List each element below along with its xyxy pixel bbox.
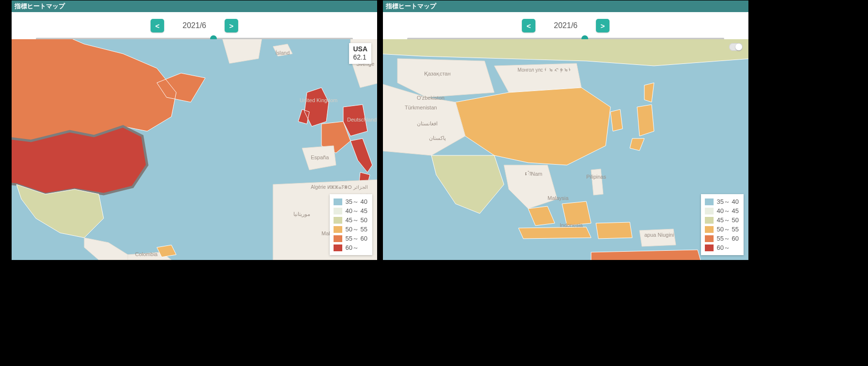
- country-philippines[interactable]: [591, 169, 603, 195]
- date-label: 2021/6: [183, 21, 206, 30]
- map-svg-left: [12, 39, 377, 260]
- legend-label: 55～ 60: [345, 234, 367, 243]
- legend-swatch: [705, 198, 714, 205]
- legend-swatch: [334, 244, 342, 251]
- map-left[interactable]: Ísland Norge Sverige United Kingdom Deut…: [12, 39, 377, 260]
- legend-label: 35～ 40: [716, 198, 739, 206]
- header-title-left: 指標ヒートマップ: [12, 0, 377, 12]
- legend-row: 40～ 45: [334, 206, 367, 215]
- legend-right: 35～ 40 40～ 45 45～ 50 50～ 55 55～ 60 60～: [701, 194, 744, 255]
- legend-swatch: [705, 235, 714, 242]
- legend-label: 60～: [345, 244, 358, 252]
- prev-button[interactable]: <: [522, 19, 535, 32]
- prev-button[interactable]: <: [151, 19, 164, 32]
- country-greenland[interactable]: [220, 39, 263, 63]
- legend-row: 35～ 40: [334, 197, 367, 206]
- legend-swatch: [705, 208, 714, 214]
- legend-swatch: [705, 226, 714, 233]
- legend-swatch: [334, 226, 342, 233]
- legend-swatch: [334, 198, 342, 205]
- legend-row: 40～ 45: [705, 206, 739, 215]
- toggle-knob[interactable]: [735, 44, 742, 50]
- date-label: 2021/6: [554, 21, 578, 30]
- country-kazakhstan[interactable]: [397, 59, 494, 97]
- legend-label: 45～ 50: [345, 216, 367, 225]
- legend-row: 50～ 55: [705, 225, 739, 234]
- legend-row: 45～ 50: [334, 215, 367, 225]
- country-sea[interactable]: [504, 165, 557, 209]
- country-japan[interactable]: [630, 83, 654, 151]
- tooltip-value: 62.1: [353, 53, 367, 61]
- stage: 指標ヒートマップ < 2021/6 >: [0, 0, 868, 366]
- legend-label: 40～ 45: [345, 207, 367, 215]
- legend-row: 35～ 40: [705, 197, 739, 206]
- legend-label: 40～ 45: [716, 207, 739, 215]
- legend-label: 35～ 40: [345, 198, 367, 206]
- legend-swatch: [705, 244, 714, 251]
- legend-label: 60～: [716, 244, 730, 252]
- legend-swatch: [334, 235, 342, 242]
- country-mexico[interactable]: [16, 184, 104, 238]
- legend-swatch: [705, 217, 714, 224]
- map-right[interactable]: Қазақстан Монгол улс ᠮᠣᠩᠭᠣᠯ O'zbekiston …: [383, 39, 748, 260]
- country-mongolia[interactable]: [494, 63, 581, 92]
- country-korea[interactable]: [610, 109, 623, 131]
- tooltip-name: USA: [353, 45, 367, 53]
- map-toggle[interactable]: [729, 43, 743, 51]
- legend-swatch: [334, 208, 342, 214]
- country-china[interactable]: [456, 88, 610, 165]
- country-australia[interactable]: [591, 250, 702, 260]
- country-iceland[interactable]: [273, 44, 292, 56]
- next-button[interactable]: >: [596, 19, 609, 32]
- next-button[interactable]: >: [225, 19, 238, 32]
- legend-label: 50～ 55: [716, 225, 739, 234]
- panel-left: 指標ヒートマップ < 2021/6 >: [11, 0, 378, 260]
- country-italy[interactable]: [350, 138, 372, 184]
- legend-row: 45～ 50: [705, 215, 739, 225]
- legend-row: 60～: [705, 243, 739, 252]
- legend-row: 55～ 60: [705, 234, 739, 243]
- country-png[interactable]: [640, 229, 676, 246]
- legend-label: 55～ 60: [716, 234, 739, 243]
- panel-right: 指標ヒートマップ < 2021/6 >: [382, 0, 749, 260]
- country-spain[interactable]: [302, 146, 336, 170]
- legend-label: 45～ 50: [716, 216, 739, 225]
- map-svg-right: [383, 39, 748, 260]
- legend-label: 50～ 55: [345, 225, 367, 234]
- legend-row: 55～ 60: [334, 234, 367, 243]
- legend-row: 60～: [334, 243, 367, 252]
- legend-row: 50～ 55: [334, 225, 367, 234]
- date-control-bar: < 2021/6 >: [12, 12, 377, 39]
- header-title-right: 指標ヒートマップ: [383, 0, 748, 12]
- legend-left: 35～ 40 40～ 45 45～ 50 50～ 55 55～ 60 60～: [330, 194, 372, 255]
- legend-swatch: [334, 217, 342, 224]
- country-uk[interactable]: [298, 88, 329, 126]
- country-canada[interactable]: [12, 39, 205, 141]
- country-india[interactable]: [431, 155, 504, 214]
- map-tooltip: USA 62.1: [349, 43, 371, 64]
- date-control-bar: < 2021/6 >: [383, 12, 748, 39]
